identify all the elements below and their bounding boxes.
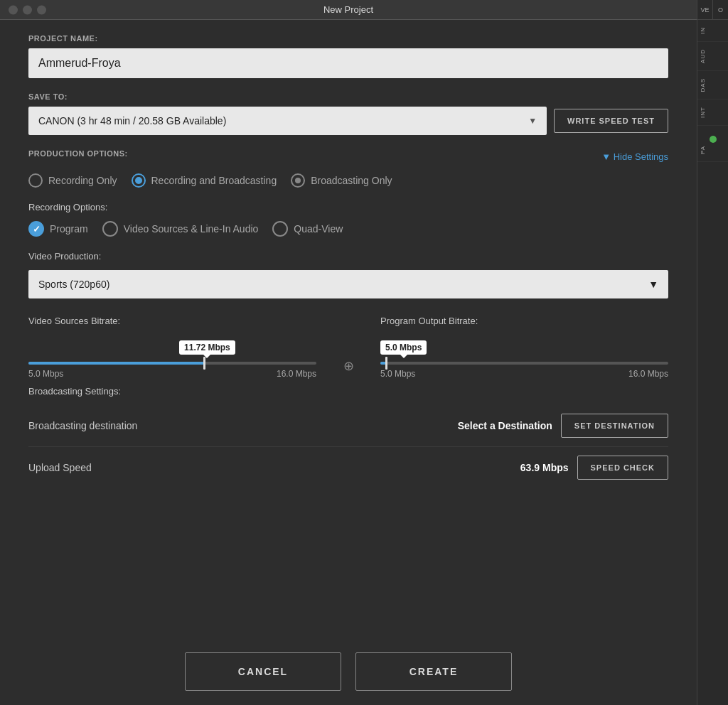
radio-circle-recording-only	[28, 173, 43, 188]
video-sources-bitrate-section: Video Sources Bitrate: 11.72 Mbps 5.0 Mb…	[28, 316, 316, 379]
program-output-value-bubble: 5.0 Mbps	[380, 340, 427, 355]
recording-checkbox-group: Program Video Sources & Line-In Audio Qu…	[28, 221, 668, 237]
video-sources-slider-track[interactable]	[28, 362, 316, 365]
radio-recording-broadcasting[interactable]: Recording and Broadcasting	[132, 173, 277, 188]
minimize-button[interactable]	[23, 5, 32, 14]
sidebar-section-pa: PA	[697, 126, 728, 162]
save-to-value: CANON (3 hr 48 min / 20.58 GB Available)	[38, 115, 226, 127]
video-sources-slider-thumb[interactable]	[203, 357, 205, 370]
close-button[interactable]	[9, 5, 18, 14]
maximize-button[interactable]	[37, 5, 46, 14]
checkbox-circle-program	[28, 221, 44, 237]
program-output-range-labels: 5.0 Mbps 16.0 Mbps	[380, 369, 668, 379]
right-sidebar: VE O IN AUD DAS INT PA	[697, 0, 728, 705]
video-sources-range-labels: 5.0 Mbps 16.0 Mbps	[28, 369, 316, 379]
broadcasting-destination-value: Select a Destination	[458, 420, 552, 431]
dialog-title: New Project	[323, 4, 373, 15]
program-output-bitrate-section: Program Output Bitrate: 5.0 Mbps 5.0 Mbp…	[380, 316, 668, 379]
video-sources-slider-fill	[28, 362, 204, 365]
project-name-input[interactable]	[28, 48, 668, 78]
cancel-button[interactable]: CANCEL	[185, 652, 341, 691]
video-sources-value-bubble: 11.72 Mbps	[179, 340, 235, 355]
program-output-slider-track[interactable]	[380, 362, 668, 365]
program-output-bitrate-label: Program Output Bitrate:	[380, 316, 668, 326]
program-output-slider-container: 5.0 Mbps 5.0 Mbps 16.0 Mbps	[380, 340, 668, 379]
set-destination-button[interactable]: SET DESTINATION	[561, 414, 668, 438]
upload-speed-value: 63.9 Mbps	[520, 462, 569, 473]
window-controls	[9, 5, 46, 14]
radio-label-recording-only: Recording Only	[48, 175, 117, 186]
broadcasting-settings-label: Broadcasting Settings:	[28, 386, 668, 397]
sidebar-section-in: IN	[697, 20, 728, 42]
video-production-dropdown[interactable]: Sports (720p60) ▼	[28, 270, 668, 298]
program-output-max-label: 16.0 Mbps	[628, 369, 668, 379]
checkbox-quad-view[interactable]: Quad-View	[272, 221, 343, 237]
sidebar-tab-o[interactable]: O	[713, 0, 728, 19]
bitrate-link-icon[interactable]: ⊕	[338, 358, 359, 374]
radio-circle-recording-broadcasting	[132, 173, 146, 188]
save-to-dropdown[interactable]: CANON (3 hr 48 min / 20.58 GB Available)…	[28, 107, 547, 135]
broadcasting-destination-row: Broadcasting destination Select a Destin…	[28, 405, 668, 447]
link-symbol: ⊕	[343, 358, 354, 374]
broadcasting-settings-section: Broadcasting Settings: Broadcasting dest…	[28, 386, 668, 488]
recording-options-label: Recording Options:	[28, 202, 668, 212]
production-options-header: PRODUCTION OPTIONS: ▼ Hide Settings	[28, 149, 668, 163]
sidebar-tab-ve[interactable]: VE	[697, 0, 713, 19]
checkbox-label-program: Program	[50, 223, 88, 235]
checkbox-program[interactable]: Program	[28, 221, 88, 237]
upload-speed-row: Upload Speed 63.9 Mbps SPEED CHECK	[28, 447, 668, 488]
new-project-dialog: New Project PROJECT NAME: SAVE TO: CANON…	[0, 0, 697, 705]
radio-broadcasting-only[interactable]: Broadcasting Only	[291, 173, 392, 188]
dialog-content: PROJECT NAME: SAVE TO: CANON (3 hr 48 mi…	[0, 20, 697, 638]
video-production-value: Sports (720p60)	[38, 279, 109, 290]
checkbox-video-sources[interactable]: Video Sources & Line-In Audio	[102, 221, 259, 237]
green-status-dot	[710, 136, 717, 143]
video-sources-min-label: 5.0 Mbps	[28, 369, 63, 379]
dialog-footer: CANCEL CREATE	[0, 638, 697, 705]
checkbox-label-video-sources: Video Sources & Line-In Audio	[124, 223, 259, 235]
checkbox-circle-quad-view	[272, 221, 288, 237]
upload-speed-label: Upload Speed	[28, 462, 92, 473]
checkbox-label-quad-view: Quad-View	[294, 223, 343, 235]
speed-check-button[interactable]: SPEED CHECK	[577, 456, 668, 480]
chevron-down-icon: ▼	[528, 116, 537, 126]
sidebar-section-int: INT	[697, 99, 728, 126]
sidebar-section-aud: AUD	[697, 42, 728, 71]
radio-circle-broadcasting-only	[291, 173, 305, 188]
video-prod-chevron-icon: ▼	[648, 279, 658, 290]
radio-label-recording-broadcasting: Recording and Broadcasting	[151, 175, 277, 186]
upload-speed-right: 63.9 Mbps SPEED CHECK	[520, 456, 668, 480]
video-production-label: Video Production:	[28, 251, 668, 262]
save-to-label: SAVE TO:	[28, 92, 668, 101]
radio-label-broadcasting-only: Broadcasting Only	[311, 175, 392, 186]
checkbox-circle-video-sources	[102, 221, 118, 237]
create-button[interactable]: CREATE	[355, 652, 512, 691]
hide-settings-link[interactable]: ▼ Hide Settings	[601, 151, 668, 162]
titlebar: New Project	[0, 0, 697, 20]
video-sources-max-label: 16.0 Mbps	[277, 369, 316, 379]
program-output-slider-thumb[interactable]	[385, 357, 387, 370]
project-name-label: PROJECT NAME:	[28, 34, 668, 43]
production-options-label: PRODUCTION OPTIONS:	[28, 149, 128, 158]
bitrate-row: Video Sources Bitrate: 11.72 Mbps 5.0 Mb…	[28, 316, 668, 379]
radio-recording-only[interactable]: Recording Only	[28, 173, 117, 188]
video-sources-bitrate-label: Video Sources Bitrate:	[28, 316, 316, 326]
write-speed-test-button[interactable]: WRITE SPEED TEST	[554, 109, 668, 133]
broadcasting-destination-label: Broadcasting destination	[28, 420, 137, 431]
sidebar-section-das: DAS	[697, 71, 728, 99]
production-radio-group: Recording Only Recording and Broadcastin…	[28, 173, 668, 188]
save-to-row: CANON (3 hr 48 min / 20.58 GB Available)…	[28, 107, 668, 135]
broadcasting-destination-right: Select a Destination SET DESTINATION	[458, 414, 668, 438]
program-output-min-label: 5.0 Mbps	[380, 369, 415, 379]
video-sources-slider-container: 11.72 Mbps 5.0 Mbps 16.0 Mbps	[28, 340, 316, 379]
